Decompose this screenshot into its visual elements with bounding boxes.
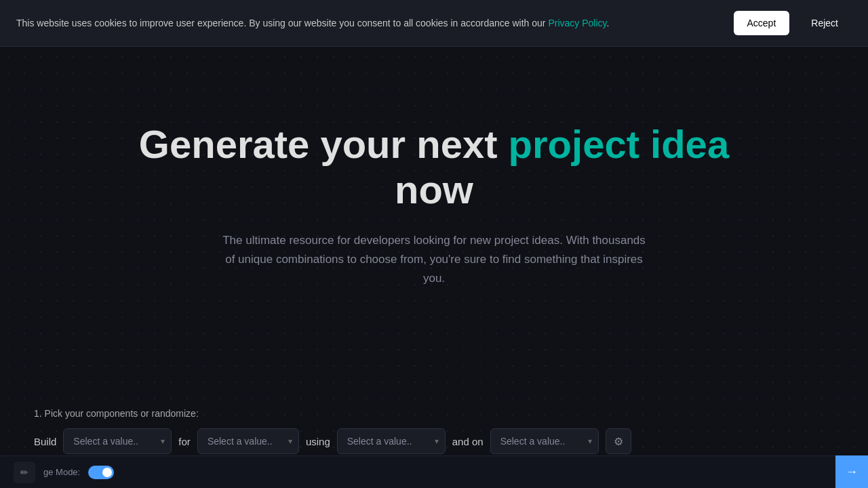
arrow-button[interactable]: → (835, 455, 868, 488)
challenge-mode-toggle[interactable] (88, 466, 114, 479)
hero-title-prefix: Generate your next (139, 122, 509, 166)
select-1[interactable]: Select a value.. (63, 428, 172, 454)
select-wrapper-2: Select a value.. ▾ (197, 428, 299, 454)
reject-button[interactable]: Reject (797, 11, 852, 35)
gear-icon: ⚙ (614, 435, 623, 448)
pencil-icon-button[interactable]: ✏ (14, 462, 35, 483)
challenge-mode-label: ge Mode: (43, 467, 80, 477)
select-4[interactable]: Select a value.. (490, 428, 599, 454)
privacy-policy-link[interactable]: Privacy Policy (548, 18, 606, 28)
builder-step-label: 1. Pick your components or randomize: (34, 408, 834, 419)
cookie-banner: This website uses cookies to improve use… (0, 0, 868, 47)
cookie-message: This website uses cookies to improve use… (16, 16, 717, 30)
select-wrapper-3: Select a value.. ▾ (337, 428, 446, 454)
gear-button[interactable]: ⚙ (606, 428, 631, 454)
hero-title: Generate your next project idea now (129, 122, 739, 212)
pencil-icon: ✏ (20, 467, 28, 478)
builder-row: Build Select a value.. ▾ for Select a va… (34, 428, 834, 454)
cookie-text-main: This website uses cookies to improve use… (16, 18, 548, 28)
select-wrapper-4: Select a value.. ▾ (490, 428, 599, 454)
hero-subtitle: The ultimate resource for developers loo… (217, 231, 651, 288)
cookie-buttons: Accept Reject (734, 11, 852, 35)
word-and-on: and on (452, 436, 484, 447)
cookie-period: . (607, 18, 610, 28)
word-using: using (306, 436, 330, 447)
accept-button[interactable]: Accept (734, 11, 790, 35)
word-build: Build (34, 436, 56, 447)
select-wrapper-1: Select a value.. ▾ (63, 428, 172, 454)
select-2[interactable]: Select a value.. (197, 428, 299, 454)
builder-section: 1. Pick your components or randomize: Bu… (34, 408, 834, 454)
arrow-icon: → (846, 465, 858, 479)
select-3[interactable]: Select a value.. (337, 428, 446, 454)
word-for: for (178, 436, 191, 447)
hero-title-suffix: now (395, 167, 473, 211)
hero-title-highlight: project idea (509, 122, 730, 166)
bottom-bar: ✏ ge Mode: → (0, 455, 868, 488)
